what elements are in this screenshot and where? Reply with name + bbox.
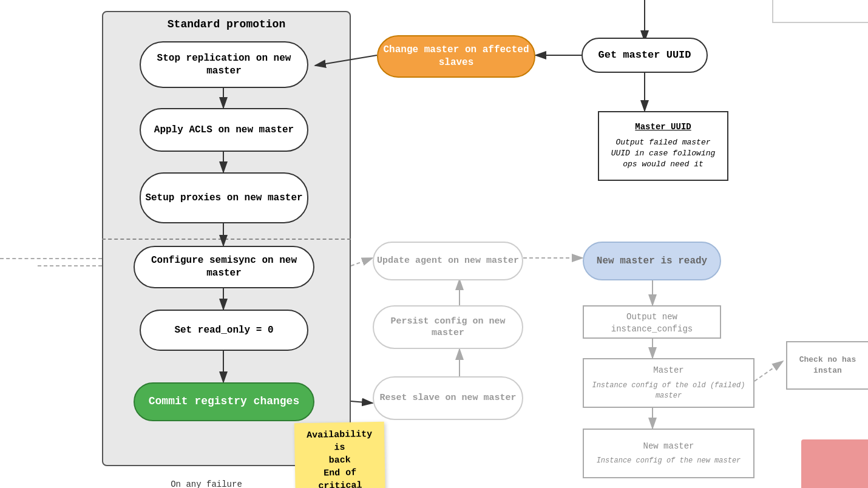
svg-line-10 xyxy=(351,258,373,266)
commit-registry-node: Commit registry changes xyxy=(134,382,314,421)
master-instance-box: Master Instance config of the old (faile… xyxy=(583,358,754,408)
svg-line-13 xyxy=(351,401,373,403)
red-box-partial xyxy=(801,439,868,488)
change-master-node: Change master on affected slaves xyxy=(377,35,535,78)
reset-slave-node: Reset slave on new master xyxy=(373,376,523,420)
top-right-box-partial xyxy=(772,0,868,23)
dashed-divider-horizontal xyxy=(102,239,351,240)
new-master-instance-title: New master xyxy=(643,441,694,453)
new-master-instance-box: New master Instance config of the new ma… xyxy=(583,429,754,478)
output-instance-box: Output new instance_configs xyxy=(583,305,721,339)
persist-config-node: Persist config on new master xyxy=(373,305,523,349)
standard-promotion-title: Standard promotion xyxy=(103,18,350,30)
stop-replication-node: Stop replication on new master xyxy=(140,41,308,88)
new-master-ready-node: New master is ready xyxy=(583,242,721,280)
canvas: Standard promotion xyxy=(0,0,868,488)
configure-semisync-node: Configure semisync on new master xyxy=(134,246,314,288)
sticky-note: Availability is back End of critical ope… xyxy=(294,422,386,488)
dashed-left-line xyxy=(0,258,102,259)
master-uuid-box: Master UUID Output failed master UUID in… xyxy=(598,111,728,181)
check-no-box: Check no has instan xyxy=(786,341,868,390)
get-master-uuid-node: Get master UUID xyxy=(581,38,708,73)
set-readonly-node: Set read_only = 0 xyxy=(140,310,308,351)
svg-line-19 xyxy=(754,361,783,381)
master-uuid-title: Master UUID xyxy=(635,121,691,134)
new-master-instance-content: Instance config of the new master xyxy=(597,456,741,466)
master-instance-content: Instance config of the old (failed) mast… xyxy=(589,381,748,401)
on-any-failure-text: On any failure xyxy=(146,480,267,488)
update-agent-node: Update agent on new master xyxy=(373,242,523,280)
setup-proxies-node: Setup proxies on new master xyxy=(140,172,308,223)
master-instance-title: Master xyxy=(653,365,683,377)
master-uuid-content: Output failed master UUID in case follow… xyxy=(604,137,722,171)
apply-acls-node: Apply ACLS on new master xyxy=(140,108,308,152)
